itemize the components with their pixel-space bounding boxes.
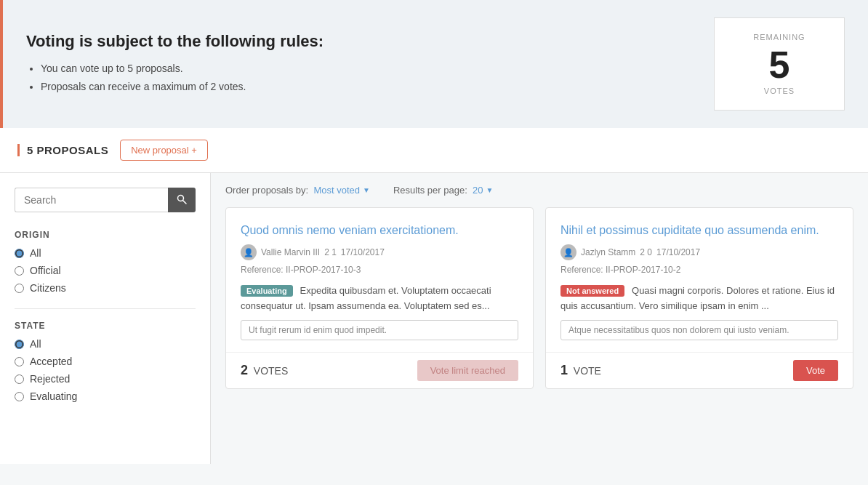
new-proposal-button[interactable]: New proposal + <box>120 140 208 161</box>
badge-2: Not answered <box>560 285 624 297</box>
filter-divider <box>15 308 196 309</box>
banner-title: Voting is subject to the following rules… <box>26 32 324 51</box>
origin-official[interactable]: Official <box>15 265 196 276</box>
remaining-label: REMAINING <box>744 33 815 41</box>
results-label-text: Results per page: <box>393 185 467 196</box>
badge-1: Evaluating <box>241 285 293 297</box>
state-title: STATE <box>15 321 196 331</box>
search-row <box>15 188 196 212</box>
proposal-title-2[interactable]: Nihil et possimus cupiditate quo assumen… <box>560 223 838 239</box>
card-ref-1: Reference: II-PROP-2017-10-3 <box>241 265 518 275</box>
search-icon <box>177 194 187 204</box>
card-footer-1: 2 VOTES Vote limit reached <box>226 352 533 388</box>
state-accepted[interactable]: Accepted <box>15 356 196 367</box>
content-area: Order proposals by: Most voted ▼ Results… <box>211 173 868 464</box>
banner-rules: You can vote up to 5 proposals. Proposal… <box>26 60 324 96</box>
card-meta-2: 👤 Jazlyn Stamm 2 0 17/10/2017 <box>560 244 838 260</box>
banner-rule-1: You can vote up to 5 proposals. <box>41 60 324 78</box>
card-footer-2: 1 VOTE Vote <box>546 352 853 388</box>
state-all-label: All <box>30 338 41 350</box>
votes-label: VOTES <box>744 87 815 95</box>
state-accepted-label: Accepted <box>30 356 72 367</box>
date-2: 17/10/2017 <box>656 247 700 257</box>
banner-rule-2: Proposals can receive a maximum of 2 vot… <box>41 78 324 96</box>
author-2: Jazlyn Stamm <box>581 247 635 257</box>
origin-filter: ORIGIN All Official Citizens <box>15 230 196 294</box>
card-meta-1: 👤 Vallie Marvin III 2 1 17/10/2017 <box>241 244 518 260</box>
avatar-1: 👤 <box>241 244 257 260</box>
state-evaluating[interactable]: Evaluating <box>15 390 196 402</box>
results-label: Results per page: 20 ▼ <box>393 185 494 196</box>
search-button[interactable] <box>168 188 196 212</box>
proposal-card-2: Nihil et possimus cupiditate quo assumen… <box>545 207 853 389</box>
card-body-2: Nihil et possimus cupiditate quo assumen… <box>546 208 853 352</box>
state-accepted-radio[interactable] <box>15 357 24 366</box>
card-body-1: Quod omnis nemo veniam exercitationem. 👤… <box>226 208 533 352</box>
vote-unit-2: VOTE <box>574 365 601 377</box>
card-note-1: Ut fugit rerum id enim quod impedit. <box>241 320 518 340</box>
vote-button-2[interactable]: Vote <box>793 360 838 381</box>
voting-rules-banner: Voting is subject to the following rules… <box>0 0 868 128</box>
results-value[interactable]: 20 ▼ <box>473 185 493 196</box>
votes-meta-2: 2 0 <box>640 247 652 257</box>
order-arrow-icon: ▼ <box>363 186 370 194</box>
order-value-text: Most voted <box>313 185 360 196</box>
origin-official-label: Official <box>30 265 61 276</box>
origin-all[interactable]: All <box>15 247 196 259</box>
origin-title: ORIGIN <box>15 230 196 240</box>
svg-line-1 <box>183 200 187 204</box>
state-rejected-radio[interactable] <box>15 374 24 384</box>
proposals-count: 5 PROPOSALS <box>17 144 108 156</box>
origin-citizens[interactable]: Citizens <box>15 282 196 294</box>
results-arrow-icon: ▼ <box>486 186 494 194</box>
state-evaluating-label: Evaluating <box>30 390 77 402</box>
remaining-votes-box: REMAINING 5 VOTES <box>714 17 845 111</box>
card-content-1: Evaluating Expedita quibusdam et. Volupt… <box>241 284 518 314</box>
state-all-radio[interactable] <box>15 340 24 349</box>
origin-citizens-label: Citizens <box>30 282 66 294</box>
state-evaluating-radio[interactable] <box>15 392 24 401</box>
sort-bar: Order proposals by: Most voted ▼ Results… <box>225 185 853 196</box>
results-value-text: 20 <box>473 185 483 196</box>
origin-all-radio[interactable] <box>15 249 24 258</box>
author-1: Vallie Marvin III <box>261 247 320 257</box>
votes-number: 5 <box>744 46 815 84</box>
vote-button-1: Vote limit reached <box>417 360 518 381</box>
vote-unit-1: VOTES <box>254 365 288 377</box>
proposals-grid: Quod omnis nemo veniam exercitationem. 👤… <box>225 207 853 389</box>
banner-text: Voting is subject to the following rules… <box>26 32 324 96</box>
card-ref-2: Reference: II-PROP-2017-10-2 <box>560 265 838 275</box>
vote-number-2: 1 <box>560 363 568 377</box>
vote-number-1: 2 <box>241 363 248 377</box>
state-rejected-label: Rejected <box>30 373 70 385</box>
state-all[interactable]: All <box>15 338 196 350</box>
search-input[interactable] <box>15 188 168 212</box>
state-filter: STATE All Accepted Rejected Evaluating <box>15 321 196 402</box>
vote-count-2: 1 VOTE <box>560 363 601 378</box>
origin-official-radio[interactable] <box>15 266 24 276</box>
order-label: Order proposals by: Most voted ▼ <box>225 185 370 196</box>
order-label-text: Order proposals by: <box>225 185 308 196</box>
order-value[interactable]: Most voted ▼ <box>313 185 370 196</box>
card-content-2: Not answered Quasi magni corporis. Dolor… <box>560 284 838 314</box>
card-note-2: Atque necessitatibus quos non dolorem qu… <box>560 320 838 340</box>
sidebar: ORIGIN All Official Citizens STATE All <box>0 173 211 464</box>
date-1: 17/10/2017 <box>341 247 385 257</box>
origin-all-label: All <box>30 247 41 259</box>
main-layout: ORIGIN All Official Citizens STATE All <box>0 173 868 464</box>
origin-citizens-radio[interactable] <box>15 284 24 293</box>
proposals-header: 5 PROPOSALS New proposal + <box>0 128 868 173</box>
state-rejected[interactable]: Rejected <box>15 373 196 385</box>
avatar-2: 👤 <box>560 244 576 260</box>
proposal-title-1[interactable]: Quod omnis nemo veniam exercitationem. <box>241 223 518 239</box>
vote-count-1: 2 VOTES <box>241 363 288 378</box>
proposal-card-1: Quod omnis nemo veniam exercitationem. 👤… <box>225 207 534 389</box>
votes-meta-1: 2 1 <box>324 247 337 257</box>
